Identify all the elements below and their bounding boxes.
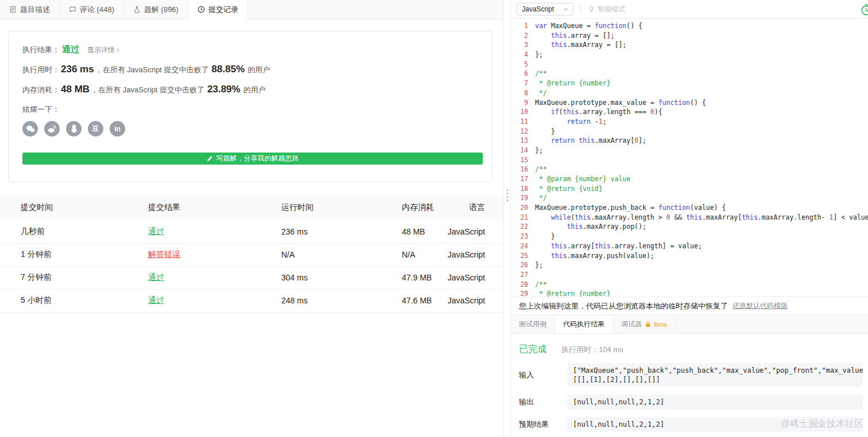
language-cell: JavaScript: [445, 220, 503, 243]
flask-icon: [133, 6, 141, 13]
language-select-value: JavaScript: [522, 5, 554, 13]
timer-icon[interactable]: [860, 3, 868, 18]
smart-mode-toggle[interactable]: 智能模式: [588, 5, 625, 14]
output-label: 输出: [519, 397, 567, 407]
run-status-row: 已完成 执行用时： 104 ms: [519, 344, 863, 356]
runtime-sentence: ，在所有 JavaScript 提交中击败了: [95, 65, 209, 75]
tab-label: 题解 (896): [144, 5, 179, 15]
bulb-icon: [588, 6, 595, 13]
input-label: 输入: [519, 370, 567, 380]
panel-resize-handle[interactable]: [503, 0, 511, 437]
code-gutter: 1234567891011121314151617181920212223242…: [511, 21, 528, 296]
tab-testcases[interactable]: 测试用例: [511, 315, 555, 333]
memory-cell: 47.9 MB: [381, 266, 445, 289]
runtime-cell: 236 ms: [261, 220, 381, 243]
weibo-share-icon[interactable]: [44, 121, 60, 136]
header-memory: 内存消耗: [381, 195, 445, 220]
toolbar-separator: [580, 5, 581, 13]
console-tabbar: 测试用例 代码执行结果 调试器 Beta: [511, 315, 868, 334]
input-row: 输入 ["MaxQueue","push_back","push_back","…: [519, 363, 863, 387]
expected-label: 预期结果: [519, 419, 567, 430]
exec-time-value: 104 ms: [599, 345, 623, 354]
linkedin-glyph: in: [114, 125, 121, 133]
table-row: 几秒前 通过 236 ms 48 MB JavaScript: [0, 220, 503, 243]
runtime-stat-row: 执行用时： 236 ms ，在所有 JavaScript 提交中击败了 88.8…: [22, 64, 483, 75]
resize-handle-dots: [506, 189, 508, 201]
restore-notice-text: 您上次编辑到这里，代码已从您浏览器本地的临时存储中恢复了: [519, 301, 728, 311]
social-share-row: 豆 in: [22, 121, 483, 136]
memory-cell: N/A: [381, 243, 445, 266]
submission-result-link[interactable]: 通过: [148, 227, 164, 236]
memory-sentence: ，在所有 JavaScript 提交中击败了: [91, 85, 204, 95]
tab-comments[interactable]: 评论 (448): [60, 0, 124, 19]
output-row: 输出 [null,null,null,2,1,2]: [519, 395, 863, 409]
run-status: 已完成: [519, 344, 547, 356]
submission-result-link[interactable]: 通过: [148, 295, 164, 305]
show-off-label: 炫耀一下：: [22, 104, 483, 115]
memory-beat-percent: 23.89%: [207, 84, 241, 95]
submit-time-cell: 7 分钟前: [0, 266, 127, 289]
editor-toolbar: JavaScript 智能模式: [511, 0, 868, 19]
tab-label: 提交记录: [208, 5, 238, 15]
tab-submissions[interactable]: 提交记录: [188, 0, 248, 19]
beta-badge: Beta: [654, 321, 667, 328]
header-language: 语言: [445, 195, 503, 220]
document-icon: [9, 6, 17, 13]
memory-stat-row: 内存消耗： 48 MB ，在所有 JavaScript 提交中击败了 23.89…: [22, 84, 483, 95]
submit-time-cell: 5 小时前: [0, 289, 127, 312]
tab-problem-description[interactable]: 题目描述: [0, 0, 60, 19]
linkedin-share-icon[interactable]: in: [110, 121, 125, 136]
table-header-row: 提交时间 提交结果 运行时间 内存消耗 语言: [0, 195, 503, 220]
code-lines[interactable]: var MaxQueue = function() { this.array =…: [528, 21, 868, 296]
memory-value: 48 MB: [61, 84, 90, 95]
left-panel: 题目描述 评论 (448) 题解 (896) 提交记录: [0, 0, 503, 437]
tab-label: 代码执行结果: [563, 319, 604, 329]
submissions-page: 执行结果： 通过 显示详情 › 执行用时： 236 ms ，在所有 JavaSc…: [0, 19, 503, 437]
input-line-1: ["MaxQueue","push_back","push_back","max…: [573, 366, 857, 375]
left-tabbar: 题目描述 评论 (448) 题解 (896) 提交记录: [0, 0, 503, 19]
tab-debugger[interactable]: 调试器 Beta: [613, 315, 676, 333]
submission-result-link[interactable]: 通过: [148, 272, 164, 282]
table-row: 5 小时前 通过 248 ms 47.6 MB JavaScript: [0, 289, 503, 312]
pencil-icon: [207, 155, 213, 162]
restore-default-template-link[interactable]: 还原默认代码模版: [733, 301, 788, 311]
submission-result-link[interactable]: 解答错误: [148, 249, 180, 259]
expected-row: 预期结果 [null,null,null,2,1,2]: [519, 417, 863, 432]
table-row: 1 分钟前 解答错误 N/A N/A JavaScript: [0, 243, 503, 266]
runtime-cell: 248 ms: [261, 289, 381, 312]
write-solution-button[interactable]: 写题解，分享我的解题思路: [22, 153, 483, 165]
chevron-down-icon: [563, 7, 568, 11]
smart-mode-label: 智能模式: [598, 5, 625, 14]
header-runtime: 运行时间: [261, 195, 381, 220]
comment-icon: [69, 6, 76, 13]
language-select[interactable]: JavaScript: [517, 3, 574, 15]
tab-run-result[interactable]: 代码执行结果: [555, 315, 613, 333]
input-line-2: [[],[1],[2],[],[],[]]: [573, 375, 857, 384]
run-result-panel: 已完成 执行用时： 104 ms 输入 ["MaxQueue","push_ba…: [511, 334, 868, 437]
submit-time-cell: 1 分钟前: [0, 243, 127, 266]
lock-icon: [645, 321, 651, 327]
tab-solutions[interactable]: 题解 (896): [124, 0, 188, 19]
memory-suffix: 的用户: [243, 85, 266, 95]
code-editor[interactable]: 1234567891011121314151617181920212223242…: [511, 19, 868, 296]
language-cell: JavaScript: [445, 289, 503, 312]
expected-box: [null,null,null,2,1,2]: [567, 417, 863, 432]
execution-status: 通过: [62, 44, 79, 55]
show-details-link[interactable]: 显示详情 ›: [87, 45, 119, 55]
wechat-share-icon[interactable]: [22, 121, 38, 136]
douban-glyph: 豆: [92, 124, 99, 134]
submit-time-cell: 几秒前: [0, 220, 127, 243]
right-panel: JavaScript 智能模式 123456789101112131415161…: [511, 0, 868, 437]
tab-label: 评论 (448): [80, 5, 114, 15]
douban-share-icon[interactable]: 豆: [88, 121, 103, 136]
language-cell: JavaScript: [445, 243, 503, 266]
header-submit-result: 提交结果: [127, 195, 261, 220]
memory-cell: 47.6 MB: [381, 289, 445, 312]
qq-share-icon[interactable]: [66, 121, 82, 136]
execution-result-card: 执行结果： 通过 显示详情 › 执行用时： 236 ms ，在所有 JavaSc…: [8, 31, 493, 182]
output-box: [null,null,null,2,1,2]: [567, 395, 863, 409]
exec-time-label: 执行用时：: [561, 345, 599, 355]
tab-label: 调试器: [621, 319, 642, 329]
language-cell: JavaScript: [445, 266, 503, 289]
execution-status-row: 执行结果： 通过 显示详情 ›: [22, 44, 483, 55]
